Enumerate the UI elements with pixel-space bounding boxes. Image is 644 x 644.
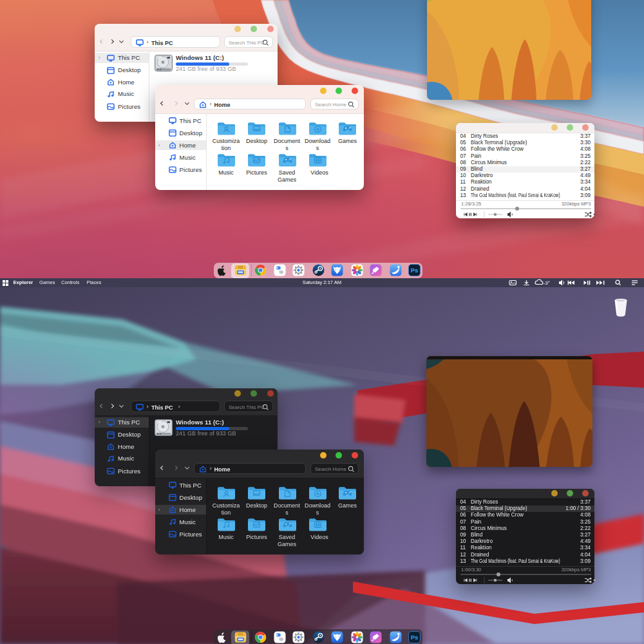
svg-text:-3°: -3°: [544, 280, 550, 286]
